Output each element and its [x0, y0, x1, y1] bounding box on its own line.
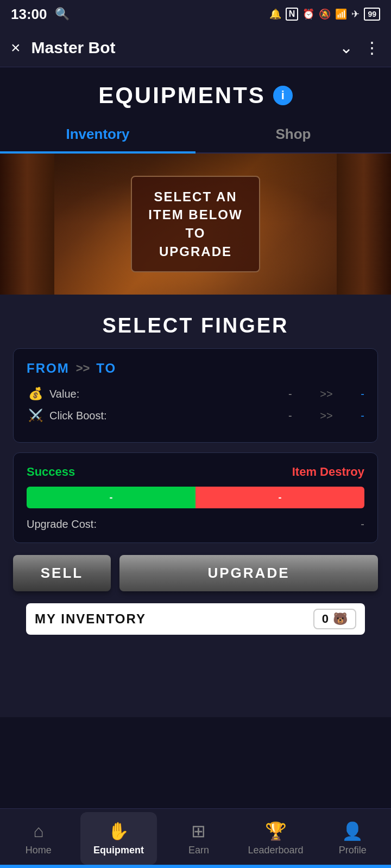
earn-icon: ⊞	[191, 821, 206, 841]
home-icon: ⌂	[33, 821, 43, 841]
upgrade-cost-row: Upgrade Cost: -	[27, 518, 364, 531]
header-arrow-icon: >>	[76, 361, 90, 375]
value-from: -	[288, 388, 310, 400]
select-finger-title: SELECT FINGER	[13, 305, 378, 348]
clickboost-icon: ⚔️	[27, 409, 44, 423]
inventory-bar: MY INVENTORY 0 🐻	[26, 603, 365, 635]
from-to-card: FROM >> TO 💰 Value: - >> - ⚔️ Click Boos…	[13, 348, 378, 443]
upgrade-cost-value: -	[361, 518, 364, 531]
upgrade-banner: SELECT AN ITEM BELOW TO UPGRADE	[0, 154, 391, 295]
mute-icon: 🔕	[319, 8, 331, 20]
clickboost-from: -	[288, 410, 310, 422]
nav-label-earn: Earn	[188, 845, 209, 856]
status-icons: 🔔 N ⏰ 🔕 📶 ✈ 99	[269, 8, 380, 21]
banner-text-box: SELECT AN ITEM BELOW TO UPGRADE	[131, 176, 260, 272]
app-title: Master Bot	[31, 39, 339, 57]
clickboost-arrow-icon: >>	[316, 410, 337, 422]
battery-icon: 99	[364, 8, 380, 21]
nav-item-leaderboard[interactable]: 🏆 Leaderboard	[237, 809, 314, 868]
airplane-icon: ✈	[351, 8, 360, 20]
success-header: Success Item Destroy	[27, 465, 364, 479]
clickboost-to: -	[343, 410, 364, 422]
value-arrow-icon: >>	[316, 388, 337, 400]
nav-item-home[interactable]: ⌂ Home	[0, 809, 77, 868]
destroy-label: Item Destroy	[292, 465, 364, 479]
success-label: Success	[27, 465, 75, 479]
banner-line1: SELECT AN	[148, 188, 242, 206]
status-time: 13:00	[11, 6, 47, 23]
nav-item-earn[interactable]: ⊞ Earn	[160, 809, 237, 868]
inventory-count: 0	[322, 612, 329, 626]
destroy-bar: -	[195, 487, 364, 508]
leaderboard-icon: 🏆	[265, 821, 287, 841]
upgrade-button[interactable]: UPGRADE	[119, 555, 378, 591]
nav-label-profile: Profile	[339, 845, 367, 856]
upgrade-cost-label: Upgrade Cost:	[27, 518, 97, 531]
main-content: EQUIPMENTS i Inventory Shop SELECT AN IT…	[0, 67, 391, 868]
nav-label-home: Home	[26, 845, 52, 856]
tab-inventory[interactable]: Inventory	[0, 117, 195, 154]
menu-button[interactable]: ⋮	[364, 38, 380, 57]
to-label: TO	[96, 361, 116, 376]
inventory-count-badge: 0 🐻	[313, 609, 356, 629]
search-icon: 🔍	[55, 7, 70, 21]
profile-icon: 👤	[342, 821, 363, 841]
clickboost-stat-name: Click Boost:	[49, 410, 283, 422]
from-label: FROM	[27, 361, 70, 376]
pillar-left	[0, 154, 54, 295]
inventory-item-icon: 🐻	[333, 612, 348, 626]
stat-row-clickboost: ⚔️ Click Boost: - >> -	[27, 409, 364, 423]
equipment-icon: ✋	[108, 821, 129, 841]
success-bar: -	[27, 487, 195, 508]
wifi-icon: 📶	[335, 8, 347, 20]
status-bar: 13:00 🔍 🔔 N ⏰ 🔕 📶 ✈ 99	[0, 0, 391, 28]
app-header: × Master Bot ⌄ ⋮	[0, 28, 391, 67]
nav-label-leaderboard: Leaderboard	[248, 845, 304, 856]
tab-shop[interactable]: Shop	[195, 117, 391, 154]
nfc-icon: N	[286, 8, 299, 21]
alarm-icon: ⏰	[302, 8, 314, 20]
success-card: Success Item Destroy - - Upgrade Cost: -	[13, 452, 378, 543]
tabs-container: Inventory Shop	[0, 117, 391, 154]
info-icon[interactable]: i	[273, 86, 293, 105]
action-buttons: SELL UPGRADE	[13, 555, 378, 591]
banner-line2: ITEM BELOW	[148, 206, 242, 224]
pillar-right	[337, 154, 391, 295]
nav-item-equipment[interactable]: ✋ Equipment	[80, 812, 157, 865]
progress-bar: - -	[27, 487, 364, 508]
value-to: -	[343, 388, 364, 400]
chevron-down-icon[interactable]: ⌄	[339, 38, 353, 57]
value-stat-name: Value:	[49, 388, 283, 400]
nav-label-equipment: Equipment	[93, 845, 144, 856]
section-panel: SELECT FINGER FROM >> TO 💰 Value: - >> -…	[0, 295, 391, 717]
banner-line3: TO	[148, 224, 242, 242]
from-to-header: FROM >> TO	[27, 361, 364, 376]
value-icon: 💰	[27, 387, 44, 401]
bottom-indicator	[0, 865, 391, 868]
page-title-area: EQUIPMENTS i	[0, 67, 391, 117]
page-title: EQUIPMENTS	[98, 82, 266, 108]
nav-item-profile[interactable]: 👤 Profile	[314, 809, 391, 868]
stat-row-value: 💰 Value: - >> -	[27, 387, 364, 401]
close-button[interactable]: ×	[11, 39, 21, 57]
bottom-nav: ⌂ Home ✋ Equipment ⊞ Earn 🏆 Leaderboard …	[0, 808, 391, 868]
banner-line4: UPGRADE	[148, 242, 242, 261]
inventory-label: MY INVENTORY	[35, 611, 146, 627]
bell-icon: 🔔	[269, 8, 281, 20]
sell-button[interactable]: SELL	[13, 555, 111, 591]
